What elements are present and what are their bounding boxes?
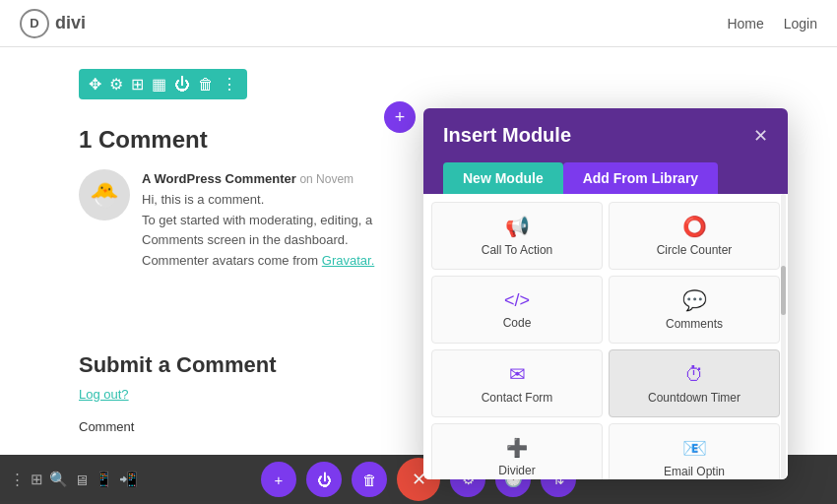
toggle-button[interactable]: ⏻ <box>306 462 342 497</box>
tablet-icon[interactable]: 📱 <box>95 471 113 488</box>
monitor-icon[interactable]: 🖥 <box>74 472 89 488</box>
comments-icon: 💬 <box>682 288 707 312</box>
top-nav: D divi Home Login <box>0 0 837 47</box>
module-divider[interactable]: ➕ Divider <box>431 423 603 479</box>
contact-form-label: Contact Form <box>482 391 553 405</box>
module-call-to-action[interactable]: 📢 Call To Action <box>431 202 603 270</box>
module-code[interactable]: </> Code <box>431 276 603 344</box>
countdown-timer-label: Countdown Timer <box>648 391 740 405</box>
tab-new-module[interactable]: New Module <box>443 162 563 194</box>
submit-comment-heading: Submit a Comment <box>79 352 276 378</box>
move-icon[interactable]: ✥ <box>89 75 101 94</box>
call-to-action-icon: 📢 <box>505 215 530 238</box>
grid-icon[interactable]: ▦ <box>152 75 166 94</box>
clone-icon[interactable]: ⊞ <box>131 75 144 94</box>
comment-item: 🐣 A WordPress Commenter on Novem Hi, thi… <box>79 169 404 272</box>
scrollbar-track <box>781 194 786 479</box>
disable-icon[interactable]: ⏻ <box>174 76 190 94</box>
module-toolbar: ✥ ⚙ ⊞ ▦ ⏻ 🗑 ⋮ <box>79 69 247 99</box>
site-logo: D divi <box>20 9 86 38</box>
settings-icon[interactable]: ⚙ <box>109 75 123 94</box>
divider-icon: ➕ <box>506 437 528 459</box>
comment-text-3: Comments screen in the dashboard. <box>142 230 374 251</box>
tab-add-from-library[interactable]: Add From Library <box>563 162 718 194</box>
delete-icon[interactable]: 🗑 <box>198 76 214 94</box>
more-icon[interactable]: ⋮ <box>222 75 237 94</box>
code-label: Code <box>503 316 532 330</box>
email-optin-label: Email Optin <box>664 465 725 478</box>
comment-text-1: Hi, this is a comment. <box>142 190 374 211</box>
comment-date: on Novem <box>299 172 354 186</box>
logo-text: divi <box>55 13 86 33</box>
modal-close-button[interactable]: ✕ <box>753 125 768 147</box>
delete-bottom-button[interactable]: 🗑 <box>352 462 387 497</box>
bottom-left-icons: ⋮ ⊞ 🔍 🖥 📱 📲 <box>10 471 138 488</box>
scrollbar-thumb[interactable] <box>781 266 786 315</box>
comment-text-4: Commenter avatars come from Gravatar. <box>142 251 374 272</box>
gravatar-link[interactable]: Gravatar. <box>322 253 374 268</box>
avatar: 🐣 <box>79 169 130 220</box>
insert-module-modal: Insert Module ✕ New Module Add From Libr… <box>423 108 788 479</box>
module-comments[interactable]: 💬 Comments <box>609 276 780 344</box>
comment-author: A WordPress Commenter <box>142 171 296 186</box>
modal-body: 📢 Call To Action ⭕ Circle Counter </> Co… <box>423 194 788 479</box>
add-module-button[interactable]: + <box>384 101 416 133</box>
avatar-emoji: 🐣 <box>90 181 119 209</box>
module-contact-form[interactable]: ✉ Contact Form <box>431 349 603 417</box>
plus-icon: + <box>395 107 406 128</box>
logo-icon: D <box>20 9 49 38</box>
module-countdown-timer[interactable]: ⏱ Countdown Timer <box>609 349 780 417</box>
grid-view-icon[interactable]: ⊞ <box>31 471 43 488</box>
nav-login-link[interactable]: Login <box>784 16 817 32</box>
module-email-optin[interactable]: 📧 Email Optin <box>609 423 780 479</box>
call-to-action-label: Call To Action <box>482 243 553 257</box>
comments-label: Comments <box>666 317 723 331</box>
modal-header: Insert Module ✕ <box>423 108 788 162</box>
circle-counter-icon: ⭕ <box>682 215 707 238</box>
comment-text-2: To get started with moderating, editing,… <box>142 211 374 231</box>
comments-section: 1 Comment 🐣 A WordPress Commenter on Nov… <box>79 126 404 272</box>
modal-tabs: New Module Add From Library <box>423 162 788 194</box>
mobile-icon[interactable]: 📲 <box>119 471 138 488</box>
divider-label: Divider <box>498 464 535 477</box>
contact-form-icon: ✉ <box>509 362 526 386</box>
nav-home-link[interactable]: Home <box>727 16 763 32</box>
comment-body: A WordPress Commenter on Novem Hi, this … <box>142 169 374 272</box>
comment-field-label: Comment <box>79 419 134 434</box>
logout-link[interactable]: Log out? <box>79 387 129 402</box>
circle-counter-label: Circle Counter <box>657 243 733 257</box>
add-section-bottom-button[interactable]: + <box>261 462 296 497</box>
modal-title: Insert Module <box>443 124 571 147</box>
logout-section: Log out? <box>79 387 129 402</box>
email-optin-icon: 📧 <box>682 436 707 460</box>
search-icon[interactable]: 🔍 <box>49 471 68 488</box>
countdown-timer-icon: ⏱ <box>684 363 704 386</box>
module-grid: 📢 Call To Action ⭕ Circle Counter </> Co… <box>431 202 780 479</box>
comment-count: 1 Comment <box>79 126 404 154</box>
nav-links: Home Login <box>727 16 817 32</box>
code-icon: </> <box>504 290 530 311</box>
modal-overlay: Insert Module ✕ New Module Add From Libr… <box>0 47 837 504</box>
page-content: ✥ ⚙ ⊞ ▦ ⏻ 🗑 ⋮ + 1 Comment 🐣 A WordPress … <box>0 47 837 504</box>
dots-icon[interactable]: ⋮ <box>10 471 25 488</box>
module-circle-counter[interactable]: ⭕ Circle Counter <box>609 202 780 270</box>
